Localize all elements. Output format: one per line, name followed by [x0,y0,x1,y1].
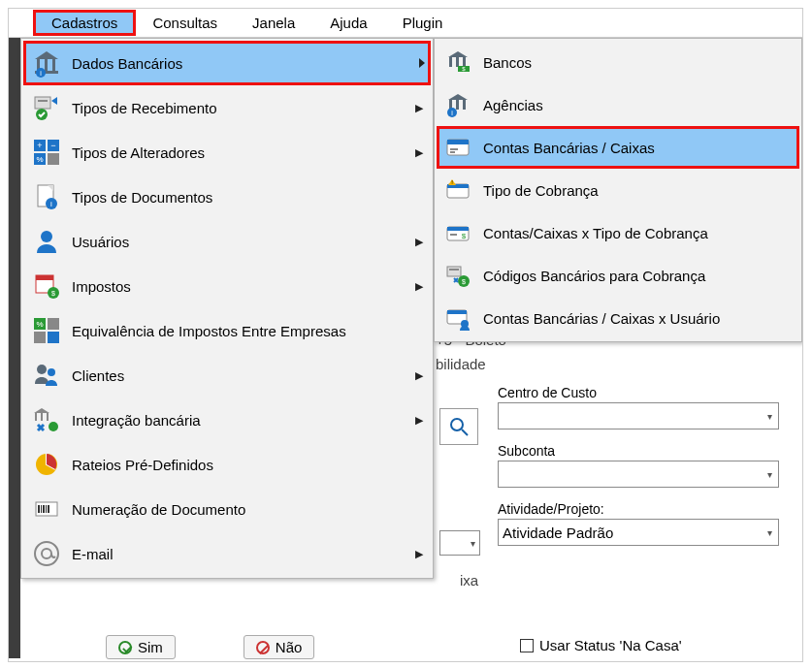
svg-point-23 [41,231,52,242]
centro-custo-combo[interactable]: ▾ [498,402,779,429]
doc-types-icon: i [27,177,66,216]
fragment-ixa-text: ixa [460,572,478,588]
menubar-item-ajuda[interactable]: Ajuda [312,11,384,35]
submenu-arrow-icon: ▶ [415,146,423,159]
svg-marker-49 [448,51,468,57]
search-button[interactable] [439,408,478,445]
menu-item-clientes[interactable]: Clientes ▶ [23,353,431,398]
svg-rect-73 [447,267,461,276]
menu-item-impostos[interactable]: $ Impostos ▶ [23,264,431,308]
submenu-item-contas-usuario[interactable]: Contas Bancárias / Caixas x Usuário [437,297,799,339]
atividade-label: Atividade/Projeto: [498,501,779,517]
atividade-combo[interactable]: Atividade Padrão ▾ [498,519,779,546]
menubar-item-janela[interactable]: Janela [235,11,312,35]
atividade-value: Atividade Padrão [503,525,613,541]
svg-marker-55 [448,94,468,100]
svg-point-39 [49,422,58,431]
sim-button[interactable]: Sim [106,635,176,659]
cadastros-dropdown: i Dados Bancários Tipos de Recebimento ▶… [20,38,434,579]
accounts-icon [440,130,475,165]
menu-item-label: Tipos de Recebimento [72,100,415,116]
doc-number-icon [27,490,66,528]
nao-label: Não [276,639,303,655]
receipt-types-icon [27,88,66,127]
chevron-down-icon: ▾ [767,527,772,538]
bank-codes-icon: $ [440,258,475,293]
menu-item-rateios[interactable]: Rateios Pré-Definidos [23,442,431,487]
menu-item-tipos-documentos[interactable]: i Tipos de Documentos [23,175,431,219]
svg-rect-4 [45,59,48,71]
svg-point-48 [42,549,51,558]
menubar-item-cadastros[interactable]: Cadastros [34,11,135,35]
menu-item-label: Tipos de Alteradores [72,144,415,161]
svg-rect-45 [46,505,47,513]
svg-text:%: % [36,155,43,164]
svg-marker-35 [34,408,49,413]
menu-item-dados-bancarios[interactable]: i Dados Bancários [23,41,431,85]
menu-item-usuarios[interactable]: Usuários ▶ [23,219,431,264]
submenu-item-codigos-bancarios[interactable]: $ Códigos Bancários para Cobrança [437,254,799,297]
menubar-item-plugin[interactable]: Plugin [385,11,461,35]
check-circle-icon [118,641,132,654]
bank-integration-icon [27,400,66,439]
svg-rect-38 [47,413,49,421]
svg-point-0 [451,419,463,430]
svg-rect-30 [48,332,59,343]
svg-rect-44 [43,505,45,513]
submenu-item-tipo-cobranca[interactable]: ! Tipo de Cobrança [437,169,799,211]
svg-text:%: % [36,320,43,329]
menu-item-equiv-impostos[interactable]: % Equivalência de Impostos Entre Empresa… [23,308,431,353]
split-icon [27,445,66,484]
subconta-combo[interactable]: ▾ [498,461,779,488]
dados-bancarios-submenu: $ Bancos i Agências Contas Bancárias / C… [434,38,802,342]
clients-icon [27,356,66,395]
chevron-down-icon: ▾ [471,538,475,549]
submenu-item-label: Bancos [483,54,532,71]
button-row: Sim Não [106,635,314,659]
submenu-item-contas-bancarias[interactable]: Contas Bancárias / Caixas [437,126,799,169]
agencies-icon: i [440,87,475,122]
svg-rect-32 [48,318,59,330]
svg-point-33 [37,365,47,374]
menu-item-label: Usuários [72,234,415,250]
submenu-item-agencias[interactable]: i Agências [437,83,799,126]
chevron-down-icon: ▾ [767,469,772,480]
submenu-item-contas-cobranca[interactable]: $ Contas/Caixas x Tipo de Cobrança [437,211,799,254]
svg-text:i: i [50,200,52,208]
menu-item-email[interactable]: E-mail ▶ [23,531,431,576]
small-combo[interactable]: ▾ [439,530,480,556]
menu-item-numeracao-doc[interactable]: Numeração de Documento [23,487,431,531]
svg-rect-46 [48,505,49,513]
svg-text:$: $ [51,290,55,297]
search-icon [449,417,469,436]
usar-status-checkbox[interactable]: Usar Status 'Na Casa' [520,637,682,653]
svg-rect-74 [449,269,459,270]
bank-icon: i [27,44,66,82]
svg-rect-51 [456,57,459,67]
fragment-bilidade-text: bilidade [436,356,486,372]
menu-item-tipos-alteradores[interactable]: +−% Tipos de Alteradores ▶ [23,130,431,175]
svg-text:$: $ [462,278,466,285]
submenu-item-bancos[interactable]: $ Bancos [437,41,799,83]
email-icon [27,534,66,573]
svg-text:−: − [50,141,55,150]
svg-rect-9 [35,97,50,109]
submenu-item-label: Contas Bancárias / Caixas [483,140,655,156]
menu-item-tipos-recebimento[interactable]: Tipos de Recebimento ▶ [23,85,431,130]
svg-rect-31 [34,332,46,343]
submenu-item-label: Tipo de Cobrança [483,182,599,199]
accounts-billing-icon: $ [440,215,475,250]
cancel-circle-icon [256,641,270,654]
svg-rect-63 [450,148,458,150]
banks-icon: $ [440,45,475,80]
menu-item-label: Numeração de Documento [72,501,423,518]
app-window: Cadastros Consultas Janela Ajuda Plugin … [8,8,803,662]
menu-item-integracao-bancaria[interactable]: Integração bancária ▶ [23,398,431,442]
submenu-arrow-icon: ▶ [415,548,423,560]
menubar-item-consultas[interactable]: Consultas [135,11,235,35]
svg-rect-10 [38,100,48,102]
svg-rect-57 [456,100,459,110]
submenu-arrow-icon: ▶ [415,414,423,427]
nao-button[interactable]: Não [244,635,315,659]
svg-rect-64 [450,151,455,153]
